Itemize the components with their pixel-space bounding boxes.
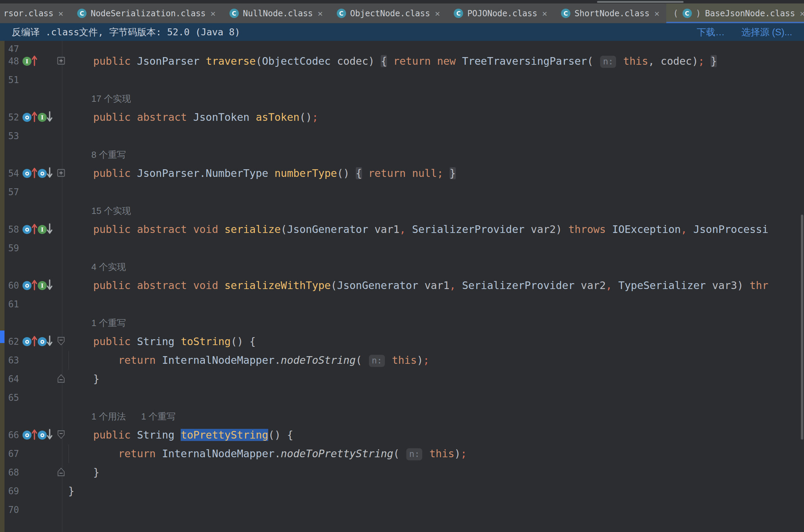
fold-collapse-bottom-icon[interactable] [57, 467, 65, 478]
code-token: ; [312, 111, 318, 123]
implementation-count-hint[interactable]: 1 个用法1 个重写 [91, 411, 175, 423]
code-token [268, 167, 274, 179]
tab-close-icon[interactable]: ✕ [542, 9, 547, 18]
download-sources-link[interactable]: 下载… [697, 26, 725, 38]
code-token: public abstract [93, 111, 187, 123]
code-token: ; [698, 55, 704, 67]
code-token [131, 429, 137, 441]
code-token: ( [587, 55, 599, 67]
arrow-glyph [47, 279, 53, 292]
fold-collapse-top-icon[interactable] [57, 336, 65, 348]
implementation-count-hint[interactable]: 17 个实现 [91, 93, 131, 105]
tab-BaseJsonNode.class[interactable]: (C)BaseJsonNode.class✕ [666, 3, 804, 23]
tab-close-icon[interactable]: ✕ [318, 9, 323, 18]
overriding-method-icon[interactable] [22, 110, 37, 124]
tab-bar-scrollbar-thumb[interactable] [597, 1, 684, 3]
code-token [131, 167, 137, 179]
tab-close-icon[interactable]: ✕ [435, 9, 440, 18]
code-token: } [68, 373, 99, 385]
fold-column [54, 430, 68, 441]
tab-NullNode.class[interactable]: CNullNode.class✕ [223, 3, 330, 23]
code-token: new [437, 55, 456, 67]
code-token: () { [231, 335, 256, 348]
implementation-count-hint[interactable]: 8 个重写 [91, 149, 126, 161]
overriding-method-icon[interactable] [22, 335, 37, 349]
tab-ObjectNode.class[interactable]: CObjectNode.class✕ [330, 3, 447, 23]
code-token: } [450, 167, 456, 179]
code-line-row: 66 public String toPrettyString() { [0, 426, 804, 444]
code-token [68, 448, 118, 460]
fold-column [54, 373, 68, 385]
fold-collapse-top-icon[interactable] [57, 430, 65, 441]
implementation-count-hint[interactable]: 1 个重写 [91, 317, 126, 329]
implementation-count-hint[interactable]: 4 个实现 [91, 261, 126, 273]
code-token: ( [256, 55, 262, 67]
paren-glyph: ( [673, 9, 678, 18]
tab-close-icon[interactable]: ✕ [58, 9, 63, 18]
hint-text: 1 个重写 [91, 317, 126, 329]
code-token: } [711, 55, 717, 67]
code-token: ) [454, 448, 461, 460]
code-text: public String toPrettyString() { [68, 426, 293, 444]
code-token [68, 167, 93, 179]
tab-close-icon[interactable]: ✕ [210, 9, 215, 18]
inlay-hint-row: 17 个实现 [0, 89, 804, 108]
code-token: TypeSerializer [618, 279, 706, 291]
ring-glyph [40, 340, 44, 344]
overriding-method-icon[interactable] [22, 279, 37, 292]
arrow-glyph [47, 428, 53, 442]
tab-POJONode.class[interactable]: CPOJONode.class✕ [447, 3, 554, 23]
code-token [68, 279, 93, 291]
line-number: 61 [0, 299, 19, 309]
implementing-method-icon[interactable]: I [22, 54, 37, 68]
editor-scrollbar-thumb[interactable] [801, 215, 803, 440]
code-token: } [68, 466, 99, 478]
code-token: public [93, 429, 130, 441]
indent-guide [69, 351, 69, 370]
implemented-by-icon[interactable]: I [38, 279, 53, 292]
inlay-hint-row: 1 个重写 [0, 314, 804, 332]
inlay-hint-row: 1 个用法1 个重写 [0, 407, 804, 426]
code-token [387, 55, 393, 67]
implement-circle-icon: I [38, 225, 47, 234]
code-token [156, 448, 162, 460]
implemented-by-icon[interactable]: I [38, 223, 53, 236]
code-token [68, 55, 93, 67]
parameter-name-hint: n: [369, 355, 385, 367]
code-token: () { [268, 429, 293, 441]
overridden-by-icon[interactable] [38, 335, 53, 349]
code-text: } [68, 482, 74, 501]
overridden-by-icon[interactable] [38, 166, 53, 180]
tab-label: rsor.class [3, 9, 54, 18]
class-icon: C [561, 9, 570, 18]
overriding-method-icon[interactable] [22, 166, 37, 180]
code-editor[interactable]: 4748I public JsonParser traverse(ObjectC… [0, 41, 804, 532]
tab-close-icon[interactable]: ✕ [800, 9, 804, 18]
line-number: 58 [0, 224, 19, 235]
overriding-method-icon[interactable] [22, 428, 37, 442]
code-token [174, 335, 181, 348]
tab-close-icon[interactable]: ✕ [654, 9, 659, 18]
implementation-count-hint[interactable]: 15 个实现 [91, 205, 131, 217]
line-number: 65 [0, 393, 19, 403]
code-token: String [137, 429, 174, 441]
choose-sources-link[interactable]: 选择源 (S)... [741, 26, 792, 38]
code-token: . [274, 448, 281, 460]
overridden-by-icon[interactable] [38, 428, 53, 442]
code-token: var2 [575, 279, 606, 291]
fold-collapse-bottom-icon[interactable] [57, 373, 65, 385]
ring-glyph [25, 172, 29, 175]
gutter-icons [19, 166, 54, 180]
line-number: 62 [0, 336, 19, 347]
code-token: () [337, 167, 356, 179]
code-line-row: 69} [0, 482, 804, 501]
override-circle-icon [22, 113, 31, 122]
tab-label: ObjectNode.class [350, 9, 430, 18]
fold-expand-icon[interactable] [57, 169, 65, 179]
implemented-by-icon[interactable]: I [38, 110, 53, 124]
tab-ShortNode.class[interactable]: CShortNode.class✕ [554, 3, 666, 23]
overriding-method-icon[interactable] [22, 223, 37, 236]
tab-rsor.class[interactable]: rsor.class✕ [0, 3, 70, 23]
tab-NodeSerialization.class[interactable]: CNodeSerialization.class✕ [70, 3, 223, 23]
fold-expand-icon[interactable] [57, 56, 65, 66]
